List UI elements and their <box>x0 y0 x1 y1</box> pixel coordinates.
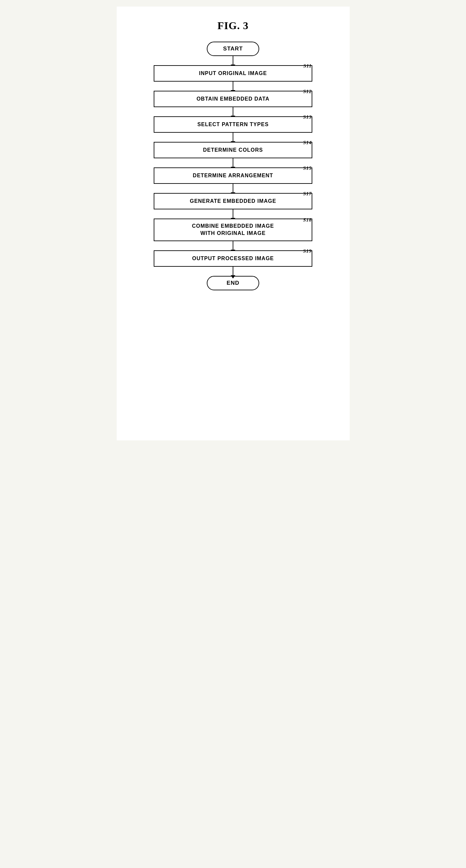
step-s18: COMBINE EMBEDDED IMAGEWITH ORIGINAL IMAG… <box>154 219 313 241</box>
arrow-8 <box>233 241 234 250</box>
step-s14-wrapper: DETERMINE COLORS S14 <box>136 142 330 158</box>
page: FIG. 3 START INPUT ORIGINAL IMAGE S11 OB… <box>117 6 350 440</box>
step-s13: SELECT PATTERN TYPES S13 <box>154 116 313 133</box>
step-s12-wrapper: OBTAIN EMBEDDED DATA S12 <box>136 91 330 107</box>
step-s17-label: S17 <box>303 191 312 196</box>
figure-title: FIG. 3 <box>218 20 249 32</box>
step-s19-text: OUTPUT PROCESSED IMAGE <box>192 256 274 261</box>
step-s14: DETERMINE COLORS S14 <box>154 142 313 158</box>
step-s13-wrapper: SELECT PATTERN TYPES S13 <box>136 116 330 133</box>
step-s11-text: INPUT ORIGINAL IMAGE <box>199 70 267 76</box>
arrow-3 <box>233 107 234 116</box>
arrow-2 <box>233 82 234 91</box>
step-s17: GENERATE EMBEDDED IMAGE S17 <box>154 193 313 209</box>
step-s11: INPUT ORIGINAL IMAGE S11 <box>154 65 313 82</box>
step-s15-text: DETERMINE ARRANGEMENT <box>193 173 273 178</box>
step-s19-wrapper: OUTPUT PROCESSED IMAGE S19 <box>136 250 330 267</box>
step-s15-wrapper: DETERMINE ARRANGEMENT S15 <box>136 167 330 184</box>
step-s11-wrapper: INPUT ORIGINAL IMAGE S11 <box>136 65 330 82</box>
arrow-5 <box>233 158 234 167</box>
arrow-1 <box>233 56 234 65</box>
step-s14-label: S14 <box>303 140 312 146</box>
step-s14-text: DETERMINE COLORS <box>203 147 263 153</box>
step-s12: OBTAIN EMBEDDED DATA S12 <box>154 91 313 107</box>
step-s12-label: S12 <box>303 89 312 94</box>
arrow-6 <box>233 184 234 193</box>
step-s19: OUTPUT PROCESSED IMAGE S19 <box>154 250 313 267</box>
arrow-9 <box>233 267 234 276</box>
step-s18-wrapper: COMBINE EMBEDDED IMAGEWITH ORIGINAL IMAG… <box>136 219 330 241</box>
step-s12-text: OBTAIN EMBEDDED DATA <box>197 96 270 101</box>
flowchart: START INPUT ORIGINAL IMAGE S11 OBTAIN EM… <box>136 42 330 290</box>
step-s11-label: S11 <box>304 63 312 69</box>
arrow-7 <box>233 209 234 219</box>
step-s13-label: S13 <box>303 114 312 120</box>
step-s17-wrapper: GENERATE EMBEDDED IMAGE S17 <box>136 193 330 209</box>
step-s18-text: COMBINE EMBEDDED IMAGEWITH ORIGINAL IMAG… <box>192 223 274 236</box>
step-s17-text: GENERATE EMBEDDED IMAGE <box>190 198 276 204</box>
step-s15-label: S15 <box>303 165 312 171</box>
step-s13-text: SELECT PATTERN TYPES <box>197 122 269 127</box>
step-s19-label: S19 <box>303 248 312 254</box>
arrow-4 <box>233 133 234 142</box>
step-s15: DETERMINE ARRANGEMENT S15 <box>154 167 313 184</box>
step-s18-label: S18 <box>303 217 312 223</box>
start-terminal: START <box>207 42 259 56</box>
